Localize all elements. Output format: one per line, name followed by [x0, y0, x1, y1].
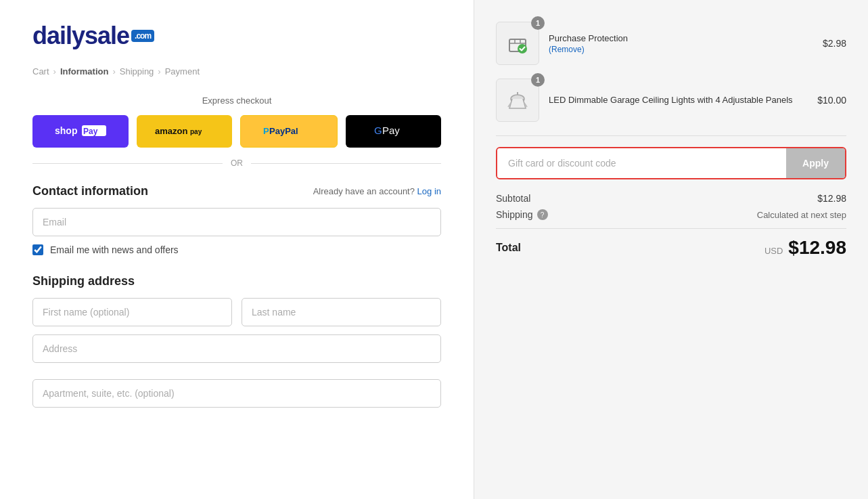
left-panel: dailysale.com Cart › Information › Shipp…: [0, 0, 474, 499]
already-text: Already have an account?: [313, 186, 415, 196]
chevron-icon: ›: [53, 66, 56, 77]
item-badge: 1: [531, 16, 545, 30]
total-label: Total: [496, 242, 521, 254]
paypal-label: P PayPal: [262, 123, 316, 140]
breadcrumb-information[interactable]: Information: [60, 66, 109, 77]
paypal-button[interactable]: P PayPal: [240, 115, 338, 148]
gift-card-input[interactable]: [497, 148, 786, 178]
contact-title: Contact information: [32, 184, 148, 198]
svg-text:Pay: Pay: [382, 125, 400, 136]
item-info: Purchase Protection (Remove): [549, 32, 813, 54]
item-price: $2.98: [823, 38, 846, 49]
apply-button[interactable]: Apply: [786, 148, 845, 178]
order-item-protection: 1 Purchase Protection (Remove) $2.98: [496, 22, 846, 65]
total-divider: [496, 228, 846, 229]
item-remove-link[interactable]: (Remove): [549, 45, 813, 54]
shoppay-label: shop Pay: [53, 124, 108, 139]
shipping-help-icon[interactable]: ?: [537, 209, 548, 220]
shipping-value: Calculated at next step: [757, 210, 846, 220]
svg-text:G: G: [374, 125, 382, 136]
total-row: Total USD $12.98: [496, 237, 846, 259]
express-checkout-label: Express checkout: [32, 95, 441, 106]
svg-text:amazon: amazon: [155, 126, 187, 136]
item-name: Purchase Protection: [549, 32, 813, 45]
svg-text:P: P: [263, 126, 269, 136]
logo-area: dailysale.com: [32, 22, 441, 50]
login-link[interactable]: Already have an account? Log in: [313, 186, 441, 196]
total-amount: $12.98: [788, 237, 846, 259]
breadcrumb-shipping[interactable]: Shipping: [120, 66, 154, 77]
svg-text:PayPal: PayPal: [269, 126, 298, 136]
shipping-row: Shipping ? Calculated at next step: [496, 209, 846, 220]
right-panel: 1 Purchase Protection (Remove) $2.98 1: [474, 0, 868, 499]
total-value-wrap: USD $12.98: [764, 237, 846, 259]
express-buttons: shop Pay amazon pay P PayPal: [32, 115, 441, 148]
newsletter-row: Email me with news and offers: [32, 244, 441, 255]
svg-text:pay: pay: [190, 128, 202, 135]
logo: dailysale.com: [32, 22, 154, 50]
gpay-label: G Pay: [373, 123, 413, 140]
chevron-icon: ›: [158, 66, 160, 77]
or-divider: OR: [32, 158, 441, 168]
newsletter-checkbox[interactable]: [32, 244, 43, 255]
gpay-button[interactable]: G Pay: [346, 115, 442, 148]
shipping-label: Shipping ?: [496, 209, 548, 220]
divider: [496, 135, 846, 136]
newsletter-label: Email me with news and offers: [50, 244, 179, 255]
first-name-field[interactable]: [32, 298, 232, 326]
svg-text:Pay: Pay: [83, 127, 98, 136]
shoppay-button[interactable]: shop Pay: [32, 115, 129, 148]
order-item-lights: 1 LED Dimmable Garage Ceiling Lights wit…: [496, 79, 846, 122]
item-img-wrap: 1: [496, 22, 539, 65]
last-name-field[interactable]: [242, 298, 441, 326]
item-price: $10.00: [817, 95, 846, 106]
item-img-wrap: 1: [496, 79, 539, 122]
email-field[interactable]: [32, 208, 441, 236]
chevron-icon: ›: [112, 66, 115, 77]
login-anchor[interactable]: Log in: [417, 186, 441, 196]
apt-field[interactable]: [32, 379, 441, 408]
or-text: OR: [231, 158, 243, 168]
item-info: LED Dimmable Garage Ceiling Lights with …: [549, 94, 808, 106]
amazon-label: amazon pay: [154, 123, 214, 140]
svg-text:shop: shop: [55, 125, 77, 136]
shipping-title: Shipping address: [32, 274, 441, 288]
breadcrumb-cart[interactable]: Cart: [32, 66, 49, 77]
amazon-button[interactable]: amazon pay: [137, 115, 233, 148]
address-field[interactable]: [32, 334, 441, 363]
subtotal-value: $12.98: [817, 193, 846, 204]
lights-image: [496, 79, 539, 122]
gift-card-area: Apply: [496, 147, 846, 179]
breadcrumb-payment[interactable]: Payment: [165, 66, 200, 77]
total-currency: USD: [764, 246, 783, 256]
item-name: LED Dimmable Garage Ceiling Lights with …: [549, 94, 808, 106]
protection-image: [496, 22, 539, 65]
subtotal-label: Subtotal: [496, 193, 530, 204]
logo-dotcom: .com: [131, 30, 154, 42]
breadcrumb: Cart › Information › Shipping › Payment: [32, 66, 441, 77]
name-row: [32, 298, 441, 326]
contact-section-header: Contact information Already have an acco…: [32, 184, 441, 198]
item-badge: 1: [531, 73, 545, 87]
logo-text: dailysale: [32, 22, 129, 50]
subtotal-row: Subtotal $12.98: [496, 193, 846, 204]
